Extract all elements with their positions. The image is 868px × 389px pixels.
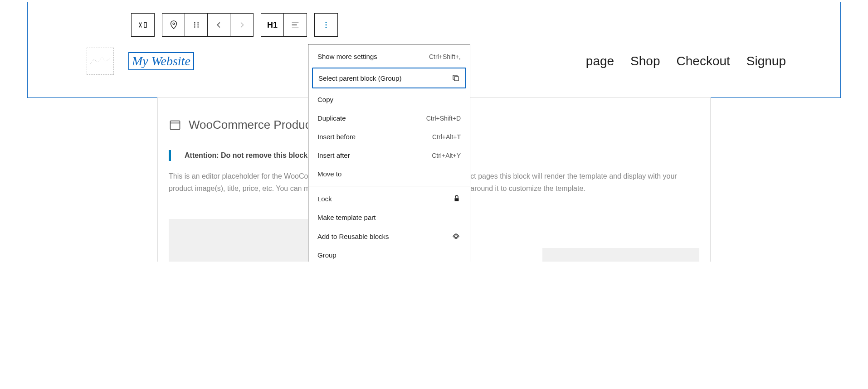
align-button[interactable]: [284, 14, 307, 36]
nav-link-page[interactable]: page: [586, 54, 614, 68]
menu-select-parent[interactable]: Select parent block (Group): [312, 68, 466, 88]
lock-icon: [453, 194, 461, 203]
svg-rect-11: [454, 77, 458, 81]
svg-point-2: [197, 22, 199, 24]
menu-label: Move to: [317, 170, 341, 178]
menu-lock[interactable]: Lock: [308, 189, 470, 208]
svg-rect-12: [455, 198, 459, 201]
site-logo-placeholder[interactable]: [87, 48, 114, 75]
menu-show-more-settings[interactable]: Show more settings Ctrl+Shift+,: [308, 47, 470, 66]
move-right-button[interactable]: [230, 14, 253, 36]
pin-icon: [169, 20, 179, 30]
chevron-left-icon: [214, 20, 224, 30]
svg-point-3: [194, 24, 195, 26]
drag-icon: [191, 20, 201, 30]
block-options-menu: Show more settings Ctrl+Shift+, Select p…: [308, 44, 470, 262]
toolbar-group-2: [162, 13, 254, 37]
menu-move-to[interactable]: Move to: [308, 165, 470, 183]
menu-label: Make template part: [317, 214, 375, 221]
svg-point-6: [197, 26, 199, 28]
editor-canvas: H1 Show more settings Ctrl+Shift+, Selec…: [27, 2, 841, 98]
chevron-right-icon: [237, 20, 247, 30]
placeholder-icon: [89, 56, 111, 67]
menu-label: Show more settings: [317, 53, 377, 60]
menu-label: Select parent block (Group): [318, 74, 401, 82]
menu-label: Insert before: [317, 133, 356, 141]
block-toolbar: H1: [28, 2, 840, 42]
notice-accent: [169, 150, 171, 161]
nav-link-shop[interactable]: Shop: [630, 54, 660, 68]
menu-shortcut: Ctrl+Shift+D: [426, 115, 461, 122]
more-options-button[interactable]: [315, 14, 337, 36]
menu-duplicate[interactable]: Duplicate Ctrl+Shift+D: [308, 109, 470, 127]
menu-shortcut: Ctrl+Shift+,: [429, 53, 461, 60]
toolbar-group-1: [131, 13, 155, 37]
toolbar-group-4: [314, 13, 338, 37]
menu-insert-before[interactable]: Insert before Ctrl+Alt+T: [308, 127, 470, 146]
menu-label: Add to Reusable blocks: [317, 233, 389, 240]
menu-label: Lock: [317, 195, 332, 203]
group-icon: [452, 74, 460, 82]
menu-copy[interactable]: Copy: [308, 90, 470, 109]
menu-label: Group: [317, 251, 336, 259]
svg-point-1: [194, 22, 195, 24]
svg-point-9: [326, 27, 327, 28]
nav-link-checkout[interactable]: Checkout: [677, 54, 730, 68]
nav-link-signup[interactable]: Signup: [746, 54, 786, 68]
menu-make-template-part[interactable]: Make template part: [308, 208, 470, 227]
menu-label: Duplicate: [317, 114, 346, 122]
block-type-icon: [138, 20, 148, 30]
block-type-button[interactable]: [132, 14, 154, 36]
menu-label: Insert after: [317, 151, 350, 159]
toolbar-group-3: H1: [261, 13, 307, 37]
placeholder-box-small: [542, 248, 699, 262]
menu-group[interactable]: Group: [308, 246, 470, 262]
svg-rect-14: [453, 234, 458, 239]
product-grid-icon: [169, 119, 181, 131]
svg-point-7: [326, 22, 327, 23]
menu-add-reusable[interactable]: Add to Reusable blocks: [308, 227, 470, 246]
site-title-block[interactable]: My Website: [128, 52, 194, 70]
menu-section-2: Lock Make template part Add to Reusable …: [308, 186, 470, 262]
drag-handle[interactable]: [185, 14, 208, 36]
site-nav: page Shop Checkout Signup: [586, 54, 786, 68]
svg-rect-13: [454, 234, 459, 239]
menu-section-1: Show more settings Ctrl+Shift+, Select p…: [308, 44, 470, 186]
heading-level-button[interactable]: H1: [261, 14, 284, 36]
more-vertical-icon: [321, 20, 331, 30]
align-icon: [290, 20, 300, 30]
pin-button[interactable]: [162, 14, 185, 36]
svg-point-0: [173, 23, 175, 24]
svg-point-4: [197, 24, 199, 26]
reusable-icon: [453, 232, 461, 240]
menu-shortcut: Ctrl+Alt+Y: [432, 152, 461, 159]
svg-point-5: [194, 26, 195, 28]
menu-shortcut: Ctrl+Alt+T: [432, 133, 461, 141]
svg-point-8: [326, 24, 327, 26]
menu-insert-after[interactable]: Insert after Ctrl+Alt+Y: [308, 146, 470, 165]
menu-label: Copy: [317, 96, 333, 103]
move-left-button[interactable]: [208, 14, 230, 36]
h1-label: H1: [267, 20, 278, 30]
svg-rect-15: [171, 121, 180, 129]
